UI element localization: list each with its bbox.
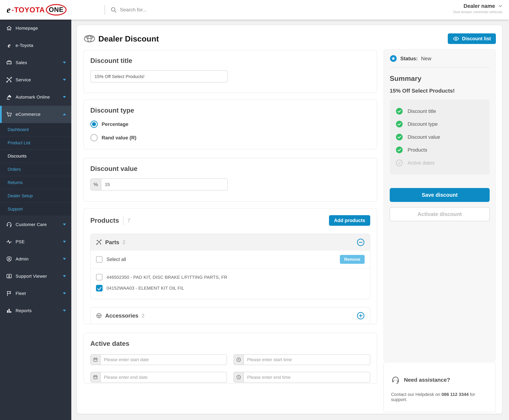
activate-discount-button[interactable]: Activate discount xyxy=(390,207,490,221)
radio-selected-icon[interactable] xyxy=(91,120,98,128)
assistance-card: Need assistance? Contact our Helpdesk on… xyxy=(383,362,496,412)
checklist-item: Discount type xyxy=(396,120,484,128)
end-time-group xyxy=(234,372,370,382)
parts-list: 446502350 - PAD KIT, DISC BRAKE L/FITTIN… xyxy=(91,269,370,299)
radio-option-percentage[interactable]: Percentage xyxy=(91,120,370,128)
accessories-count: 2 xyxy=(142,313,144,319)
end-date-input[interactable] xyxy=(101,372,227,382)
sidebar-item-ecommerce[interactable]: eCommerce xyxy=(0,106,71,123)
chevron-down-icon xyxy=(63,275,66,277)
sidebar-item-automark-online[interactable]: Automark Online xyxy=(0,89,71,106)
sidebar-item-admin[interactable]: Admin xyxy=(0,250,71,268)
radio-unselected-icon[interactable] xyxy=(91,134,98,141)
check-circle-icon xyxy=(396,120,403,128)
select-all-label: Select all xyxy=(106,257,126,262)
sidebar-item-service[interactable]: Service xyxy=(0,71,71,89)
sidebar-item-orders[interactable]: Orders xyxy=(0,163,71,176)
sidebar-item-support[interactable]: Support xyxy=(0,203,71,216)
discount-type-label: Discount type xyxy=(91,106,370,114)
sidebar-item-homepage[interactable]: Homepage xyxy=(0,20,71,37)
active-dates-card: Active dates xyxy=(84,333,377,383)
part-row[interactable]: 446502350 - PAD KIT, DISC BRAKE L/FITTIN… xyxy=(96,272,365,283)
products-count: 7 xyxy=(127,218,130,224)
search-input[interactable] xyxy=(120,7,219,13)
sidebar-item-pse[interactable]: PSE xyxy=(0,233,71,250)
end-time-input[interactable] xyxy=(244,372,370,382)
sidebar-item-sales[interactable]: Sales xyxy=(0,54,71,71)
page-header: Dealer Discount Discount list xyxy=(84,33,496,44)
discount-value-input[interactable] xyxy=(101,179,227,190)
part-checkbox-checked[interactable] xyxy=(96,285,103,292)
status-row: Status: New xyxy=(390,55,490,62)
remove-button[interactable]: Remove xyxy=(340,255,365,264)
sidebar-item-returns[interactable]: Returns xyxy=(0,176,71,189)
check-circle-icon xyxy=(396,133,403,141)
chevron-down-icon xyxy=(63,310,66,312)
checklist-item: Discount value xyxy=(396,133,484,141)
gavel-icon xyxy=(6,94,12,100)
logo-e: e xyxy=(7,5,11,15)
summary-checklist: Discount title Discount type Discount va… xyxy=(390,100,490,174)
headset-icon xyxy=(391,375,400,384)
select-all-checkbox[interactable] xyxy=(96,256,103,263)
parts-tools-icon xyxy=(96,239,102,245)
support-viewer-icon xyxy=(6,273,12,279)
sidebar-item-dealer-setup[interactable]: Dealer Setup xyxy=(0,189,71,203)
summary-panel: Status: New Summary 15% Off Select Produ… xyxy=(383,49,496,361)
sidebar-item-fleet[interactable]: Fleet xyxy=(0,285,71,302)
chevron-down-icon xyxy=(63,79,66,81)
discount-title-input[interactable] xyxy=(91,70,228,82)
accessories-label: Accessories xyxy=(105,313,138,319)
accessories-steering-icon xyxy=(96,313,102,319)
part-row[interactable]: 04152WAA03 - ELEMENT KIT OIL FIL xyxy=(96,283,365,294)
discount-list-button[interactable]: Discount list xyxy=(448,33,496,44)
discount-value-label: Discount value xyxy=(91,165,370,172)
home-icon xyxy=(6,25,12,31)
start-date-input[interactable] xyxy=(101,355,227,365)
discount-type-card: Discount type Percentage Rand value (R) xyxy=(84,100,377,149)
products-card: Products 7 Add products Parts 2 xyxy=(84,208,377,324)
app-logo[interactable]: e-TOYOTAONE xyxy=(7,4,67,16)
parts-count: 2 xyxy=(123,240,125,245)
check-circle-icon xyxy=(396,108,403,115)
part-checkbox-unchecked[interactable] xyxy=(96,274,103,280)
user-menu[interactable]: Dealer name Duis tempor commodo vehicula… xyxy=(453,3,503,14)
chevron-down-icon xyxy=(63,62,66,64)
sidebar-item-dashboard[interactable]: Dashboard xyxy=(0,123,71,136)
chevron-down-icon xyxy=(63,241,66,243)
parts-label: Parts xyxy=(105,239,119,246)
sidebar-item-support-viewer[interactable]: Support Viewer xyxy=(0,268,71,285)
discount-form: Discount title Discount type Percentage … xyxy=(84,50,377,383)
save-discount-button[interactable]: Save discount xyxy=(390,188,490,202)
sidebar-item-e-toyota[interactable]: e e-Toyota xyxy=(0,37,71,54)
cart-icon xyxy=(6,111,12,118)
end-date-group xyxy=(91,372,227,382)
accessories-accordion-header[interactable]: Accessories 2 xyxy=(91,308,370,324)
checklist-item-pending: Active dates xyxy=(396,159,484,166)
pulse-icon xyxy=(6,239,12,245)
status-label: Status: xyxy=(400,56,418,61)
search-icon xyxy=(110,7,117,13)
reports-icon xyxy=(6,308,12,314)
expand-plus-icon[interactable] xyxy=(357,312,365,320)
chevron-down-icon xyxy=(63,224,66,225)
assistance-title: Need assistance? xyxy=(404,377,450,383)
add-products-button[interactable]: Add products xyxy=(329,215,370,226)
collapse-minus-icon[interactable] xyxy=(357,238,365,246)
start-time-input[interactable] xyxy=(244,355,370,365)
products-count-divider xyxy=(123,216,123,225)
clock-icon xyxy=(234,372,244,382)
sidebar-item-customer-care[interactable]: Customer Care xyxy=(0,216,71,233)
summary-subtitle: 15% Off Select Products! xyxy=(390,88,490,94)
status-value: New xyxy=(421,56,431,61)
sidebar-nav: Homepage e e-Toyota Sales Service Automa… xyxy=(0,20,71,420)
radio-option-rand-value[interactable]: Rand value (R) xyxy=(91,134,370,141)
percent-addon: % xyxy=(91,179,101,190)
summary-column: Status: New Summary 15% Off Select Produ… xyxy=(383,49,496,412)
parts-accordion-header[interactable]: Parts 2 xyxy=(91,234,370,251)
sidebar-item-reports[interactable]: Reports xyxy=(0,302,71,319)
sidebar-item-product-list[interactable]: Product List xyxy=(0,136,71,150)
logo-toyota: TOYOTA xyxy=(14,6,45,14)
active-dates-grid xyxy=(91,354,370,383)
sidebar-item-discounts[interactable]: Discounts xyxy=(0,150,71,163)
